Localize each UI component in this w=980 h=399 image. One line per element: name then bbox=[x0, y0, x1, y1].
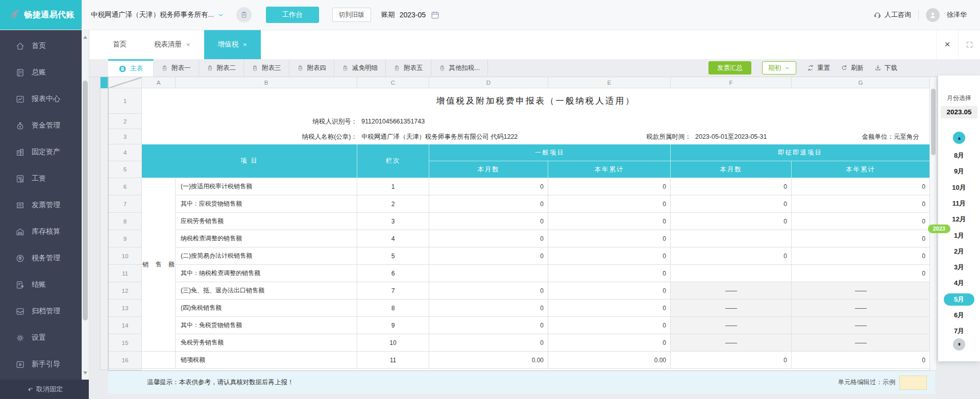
sidebar-scrollbar[interactable] bbox=[82, 30, 89, 380]
sidebar-item-ledger[interactable]: 总账 bbox=[0, 59, 82, 86]
sidebar-item-closing[interactable]: 结账 bbox=[0, 271, 82, 298]
value-row8-d[interactable]: 0 bbox=[429, 213, 548, 230]
current-period[interactable]: 2023.05 bbox=[941, 106, 977, 118]
sidebar-item-inventory[interactable]: 库存核算 bbox=[0, 218, 82, 245]
value-row9-f[interactable] bbox=[671, 230, 792, 247]
value-row16-e[interactable]: 0.00 bbox=[548, 352, 671, 369]
value-row12-e[interactable]: 0 bbox=[548, 282, 671, 300]
value-row6-g[interactable]: 0 bbox=[792, 178, 929, 195]
form-tab-4[interactable]: 附表三 bbox=[244, 59, 289, 77]
month-item-2月[interactable]: 2月 bbox=[938, 246, 980, 257]
value-row7-g[interactable]: 0 bbox=[792, 195, 929, 213]
invoice-summary-button[interactable]: 发票汇总 bbox=[708, 61, 751, 74]
sidebar-item-tax[interactable]: 税务管理 bbox=[0, 245, 82, 271]
month-item-6月[interactable]: 6月 bbox=[938, 310, 980, 321]
value-row6-e[interactable]: 0 bbox=[548, 178, 671, 195]
avatar[interactable] bbox=[926, 8, 940, 22]
column-header-G[interactable]: G bbox=[792, 77, 929, 88]
form-tab-6[interactable]: 减免明细 bbox=[334, 59, 386, 77]
value-row10-e[interactable]: 0 bbox=[548, 247, 671, 265]
support-link[interactable]: 人工咨询 bbox=[873, 10, 911, 19]
value-row10-g[interactable]: 0 bbox=[792, 247, 929, 265]
row-header-14[interactable]: 14 bbox=[109, 317, 142, 334]
value-row13-d[interactable]: 0 bbox=[429, 300, 548, 317]
sidebar-item-salary[interactable]: 工资 bbox=[0, 165, 82, 192]
column-header-C[interactable]: C bbox=[357, 77, 429, 88]
month-item-12月[interactable]: 12月 bbox=[938, 214, 980, 225]
row-header-9[interactable]: 9 bbox=[109, 230, 142, 247]
value-row10-d[interactable]: 0 bbox=[429, 247, 548, 265]
sheet-scrollbar[interactable] bbox=[929, 77, 936, 370]
reset-button[interactable]: 重置 bbox=[807, 64, 830, 72]
value-row14-d[interactable]: 0 bbox=[429, 317, 548, 334]
value-row6-f[interactable]: 0 bbox=[671, 178, 792, 195]
value-row7-f[interactable]: 0 bbox=[671, 195, 792, 213]
value-row11-e[interactable]: 0 bbox=[548, 265, 671, 282]
form-tab-5[interactable]: 附表四 bbox=[289, 59, 335, 77]
value-row10-f[interactable]: 0 bbox=[671, 247, 792, 265]
row-header-8[interactable]: 8 bbox=[109, 213, 142, 230]
value-row7-d[interactable]: 0 bbox=[429, 195, 548, 213]
value-row13-e[interactable]: 0 bbox=[548, 300, 671, 317]
value-row15-d[interactable]: 0 bbox=[429, 334, 548, 352]
column-header-A[interactable]: A bbox=[142, 77, 176, 88]
close-page-button[interactable]: × bbox=[936, 30, 958, 59]
sidebar-item-assets[interactable]: 固定资产 bbox=[0, 139, 82, 165]
sidebar-unpin-button[interactable]: 取消固定 bbox=[0, 380, 89, 399]
value-row11-f[interactable] bbox=[671, 265, 792, 282]
download-button[interactable]: 下载 bbox=[874, 64, 897, 72]
value-row8-f[interactable]: 0 bbox=[671, 213, 792, 230]
months-scroll-down-button[interactable] bbox=[953, 338, 965, 351]
value-row13-f[interactable]: —— bbox=[671, 300, 792, 317]
row-header-12[interactable]: 12 bbox=[109, 282, 142, 300]
scrollbar-thumb[interactable] bbox=[931, 89, 936, 155]
company-selector[interactable]: 中税网通广泽（天津）税务师事务所有... bbox=[91, 10, 224, 19]
value-row6-d[interactable]: 0 bbox=[429, 178, 548, 195]
workbench-button[interactable]: 工作台 bbox=[266, 7, 319, 23]
switch-old-version-button[interactable]: 切到旧版 bbox=[332, 8, 371, 22]
value-row14-f[interactable]: —— bbox=[671, 317, 792, 334]
form-tab-7[interactable]: 附表五 bbox=[386, 59, 431, 77]
sidebar-item-home[interactable]: 首页 bbox=[0, 33, 82, 59]
row-header-2[interactable]: 2 bbox=[109, 114, 142, 129]
month-item-10月[interactable]: 10月 bbox=[938, 182, 980, 193]
value-row16-f[interactable]: 0 bbox=[671, 352, 792, 369]
sidebar-item-settings[interactable]: 设置 bbox=[0, 325, 82, 351]
value-row16-g[interactable]: 0 bbox=[792, 352, 929, 369]
row-header-13[interactable]: 13 bbox=[109, 300, 142, 317]
month-item-4月[interactable]: 4月 bbox=[938, 278, 980, 289]
value-row8-e[interactable]: 0 bbox=[548, 213, 671, 230]
value-row9-e[interactable]: 0 bbox=[548, 230, 671, 247]
value-row14-e[interactable]: 0 bbox=[548, 317, 671, 334]
scroll-up-arrow-icon[interactable] bbox=[83, 36, 87, 39]
month-item-8月[interactable]: 8月 bbox=[938, 150, 980, 161]
value-row12-d[interactable]: 0 bbox=[429, 282, 548, 300]
month-item-5月[interactable]: 5月 bbox=[944, 293, 974, 306]
sidebar-item-report[interactable]: 报表中心 bbox=[0, 86, 82, 112]
value-row15-f[interactable]: —— bbox=[671, 334, 792, 352]
row-header-15[interactable]: 15 bbox=[109, 334, 142, 352]
column-header-F[interactable]: F bbox=[671, 77, 792, 88]
form-tab-1[interactable]: 主表 bbox=[108, 59, 154, 77]
value-row12-g[interactable]: —— bbox=[792, 282, 929, 300]
value-row14-g[interactable]: —— bbox=[792, 317, 929, 334]
column-header-E[interactable]: E bbox=[548, 77, 671, 88]
sidebar-item-funds[interactable]: 资金管理 bbox=[0, 112, 82, 139]
value-row9-d[interactable]: 0 bbox=[429, 230, 548, 247]
column-header-D[interactable]: D bbox=[429, 77, 548, 88]
period-begin-button[interactable]: 期初 bbox=[762, 61, 796, 74]
calendar-icon[interactable] bbox=[430, 10, 440, 20]
value-row7-e[interactable]: 0 bbox=[548, 195, 671, 213]
month-item-11月[interactable]: 11月 bbox=[938, 198, 980, 209]
month-item-7月[interactable]: 7月 bbox=[938, 326, 980, 337]
row-header-11[interactable]: 11 bbox=[109, 265, 142, 282]
scroll-down-arrow-icon[interactable] bbox=[83, 371, 87, 375]
row-header-16[interactable]: 16 bbox=[109, 352, 142, 369]
row-header-7[interactable]: 7 bbox=[109, 195, 142, 213]
row-header-6[interactable]: 6 bbox=[109, 178, 142, 195]
tab-close-icon[interactable]: × bbox=[243, 41, 247, 48]
form-tab-8[interactable]: 其他扣税... bbox=[431, 59, 488, 77]
form-tab-2[interactable]: 附表一 bbox=[154, 59, 199, 77]
tab-2[interactable]: 税表清册× bbox=[140, 30, 204, 59]
value-row11-d[interactable] bbox=[429, 265, 548, 282]
